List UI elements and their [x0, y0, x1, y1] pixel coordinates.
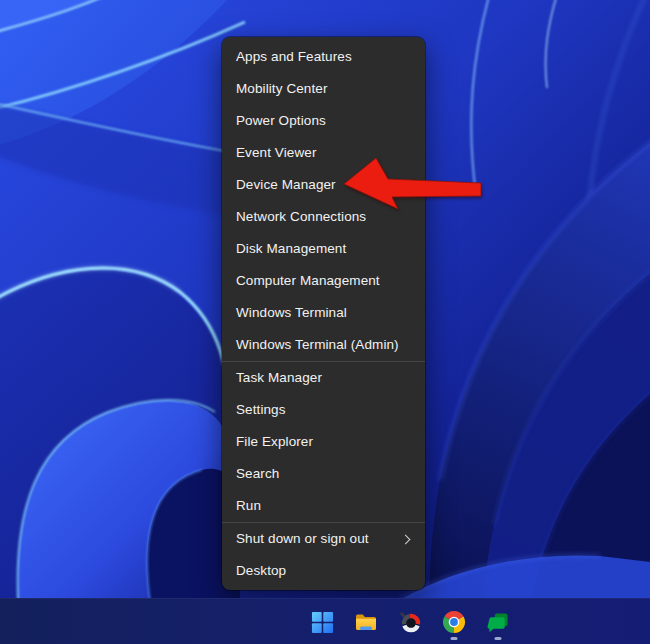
menu-item-shut-down-or-sign-out[interactable]: Shut down or sign out — [222, 523, 425, 555]
taskbar — [0, 598, 650, 644]
menu-item-windows-terminal[interactable]: Windows Terminal — [222, 297, 425, 329]
start-button[interactable] — [309, 602, 335, 642]
menu-item-search[interactable]: Search — [222, 458, 425, 490]
menu-item-event-viewer[interactable]: Event Viewer — [222, 137, 425, 169]
menu-item-windows-terminal-admin[interactable]: Windows Terminal (Admin) — [222, 329, 425, 361]
menu-item-label: Settings — [236, 394, 286, 426]
chat-icon — [487, 611, 510, 634]
menu-item-settings[interactable]: Settings — [222, 394, 425, 426]
winx-context-menu: Apps and Features Mobility Center Power … — [222, 37, 425, 590]
menu-item-label: Disk Management — [236, 233, 346, 265]
menu-item-label: Computer Management — [236, 265, 380, 297]
folder-icon — [354, 610, 378, 634]
menu-item-desktop[interactable]: Desktop — [222, 555, 425, 587]
menu-item-power-options[interactable]: Power Options — [222, 105, 425, 137]
menu-item-disk-management[interactable]: Disk Management — [222, 233, 425, 265]
menu-item-label: Run — [236, 490, 261, 522]
ring-app-button[interactable] — [397, 602, 423, 642]
menu-item-network-connections[interactable]: Network Connections — [222, 201, 425, 233]
menu-item-mobility-center[interactable]: Mobility Center — [222, 73, 425, 105]
menu-item-label: File Explorer — [236, 426, 313, 458]
menu-item-computer-management[interactable]: Computer Management — [222, 265, 425, 297]
menu-item-label: Task Manager — [236, 362, 322, 394]
menu-item-device-manager[interactable]: Device Manager — [222, 169, 425, 201]
menu-item-task-manager[interactable]: Task Manager — [222, 362, 425, 394]
menu-item-label: Mobility Center — [236, 73, 328, 105]
menu-item-label: Device Manager — [236, 169, 336, 201]
running-indicator — [451, 637, 458, 640]
desktop: Apps and Features Mobility Center Power … — [0, 0, 650, 644]
chrome-button[interactable] — [441, 602, 467, 642]
menu-item-label: Desktop — [236, 555, 286, 587]
running-indicator — [495, 637, 502, 640]
chevron-right-icon — [401, 534, 411, 544]
menu-item-label: Shut down or sign out — [236, 523, 369, 555]
chrome-icon — [442, 610, 466, 634]
menu-item-label: Event Viewer — [236, 137, 317, 169]
menu-item-label: Apps and Features — [236, 41, 352, 73]
menu-item-apps-and-features[interactable]: Apps and Features — [222, 41, 425, 73]
menu-item-run[interactable]: Run — [222, 490, 425, 522]
menu-item-label: Windows Terminal (Admin) — [236, 329, 399, 361]
menu-item-label: Network Connections — [236, 201, 366, 233]
menu-item-label: Search — [236, 458, 279, 490]
windows-logo-icon — [311, 611, 334, 634]
menu-item-file-explorer[interactable]: File Explorer — [222, 426, 425, 458]
menu-item-label: Power Options — [236, 105, 326, 137]
menu-item-label: Windows Terminal — [236, 297, 347, 329]
ring-app-icon — [398, 610, 422, 634]
chat-button[interactable] — [485, 602, 511, 642]
file-explorer-button[interactable] — [353, 602, 379, 642]
taskbar-icon-row — [309, 599, 511, 644]
